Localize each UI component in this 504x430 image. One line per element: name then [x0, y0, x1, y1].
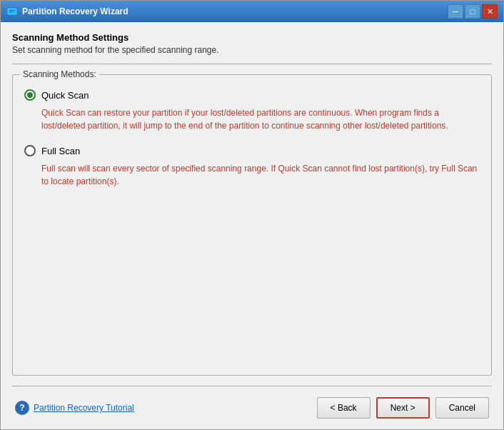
quick-scan-description: Quick Scan can restore your partition if… — [41, 106, 480, 132]
quick-scan-label: Quick Scan — [41, 90, 89, 101]
quick-scan-radio-inner — [27, 92, 33, 98]
footer-buttons: < Back Next > Cancel — [317, 397, 489, 419]
restore-button[interactable]: □ — [465, 4, 480, 19]
minimize-button[interactable]: ─ — [448, 4, 463, 19]
bottom-divider — [12, 386, 492, 386]
main-window: Partition Recovery Wizard ─ □ ✕ Scanning… — [0, 0, 504, 430]
help-icon[interactable]: ? — [15, 401, 29, 415]
top-divider — [12, 64, 492, 64]
app-icon — [6, 6, 18, 17]
full-scan-label: Full Scan — [41, 146, 80, 156]
footer: ? Partition Recovery Tutorial < Back Nex… — [12, 394, 492, 422]
cancel-button[interactable]: Cancel — [435, 397, 489, 419]
full-scan-description: Full scan will scan every sector of spec… — [41, 162, 480, 188]
title-bar: Partition Recovery Wizard ─ □ ✕ — [1, 1, 503, 22]
scanning-methods-group: Scanning Methods: Quick Scan Quick Scan … — [12, 74, 492, 376]
next-button[interactable]: Next > — [376, 397, 430, 419]
full-scan-radio[interactable] — [24, 145, 36, 156]
quick-scan-radio-row[interactable]: Quick Scan — [24, 89, 480, 101]
window-title: Partition Recovery Wizard — [22, 6, 448, 16]
page-title: Scanning Method Settings — [12, 32, 492, 43]
close-button[interactable]: ✕ — [482, 4, 498, 19]
full-scan-radio-row[interactable]: Full Scan — [24, 145, 480, 156]
page-subtitle: Set scanning method for the specified sc… — [12, 45, 492, 55]
quick-scan-radio[interactable] — [24, 89, 36, 101]
content-area: Scanning Method Settings Set scanning me… — [1, 22, 503, 429]
back-button[interactable]: < Back — [317, 397, 371, 419]
window-controls: ─ □ ✕ — [448, 4, 498, 19]
tutorial-link[interactable]: Partition Recovery Tutorial — [34, 403, 134, 413]
svg-rect-3 — [9, 11, 13, 12]
footer-left: ? Partition Recovery Tutorial — [15, 401, 134, 415]
svg-rect-2 — [9, 10, 15, 11]
scanning-methods-label: Scanning Methods: — [20, 69, 99, 79]
